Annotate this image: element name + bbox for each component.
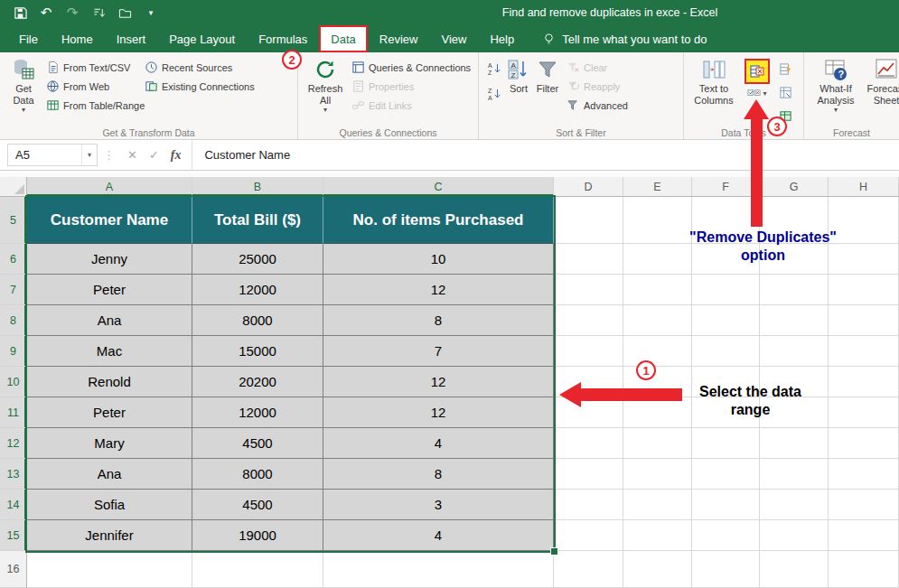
cell-C10[interactable]: 12: [323, 367, 554, 397]
cell-H14[interactable]: [829, 490, 899, 520]
refresh-all-button[interactable]: Refresh All ▾: [304, 55, 347, 114]
cell-A6[interactable]: Jenny: [27, 244, 192, 275]
cell-C7[interactable]: 12: [323, 275, 554, 305]
cell-C6[interactable]: 10: [323, 244, 554, 275]
column-header-B[interactable]: B: [192, 177, 323, 197]
cell-D14[interactable]: [554, 490, 623, 520]
clear-filter-button[interactable]: Clear: [567, 60, 637, 75]
sort-button[interactable]: AZ Sort: [504, 55, 533, 95]
advanced-filter-button[interactable]: Advanced: [567, 98, 637, 113]
cell-B14[interactable]: 4500: [192, 490, 323, 520]
consolidate-icon[interactable]: [775, 83, 795, 101]
cell-A7[interactable]: Peter: [27, 275, 192, 305]
cell-C11[interactable]: 12: [323, 397, 554, 428]
cell-D16[interactable]: [554, 551, 623, 588]
cell-C12[interactable]: 4: [323, 428, 554, 459]
filter-button[interactable]: Filter: [533, 55, 562, 95]
cell-E9[interactable]: [623, 336, 692, 367]
cell-H8[interactable]: [829, 305, 899, 336]
row-header-15[interactable]: 15: [0, 520, 27, 551]
cell-D12[interactable]: [554, 428, 623, 459]
row-header-8[interactable]: 8: [0, 305, 27, 336]
cell-E12[interactable]: [623, 428, 692, 459]
cell-H12[interactable]: [829, 428, 899, 459]
from-table-range-button[interactable]: From Table/Range: [46, 98, 140, 113]
cell-E15[interactable]: [623, 520, 692, 551]
sort-ascending-icon[interactable]: AZ: [484, 60, 504, 78]
get-data-button[interactable]: Get Data ▾: [5, 55, 42, 114]
cell-A8[interactable]: Ana: [27, 305, 192, 336]
column-header-F[interactable]: F: [692, 177, 760, 197]
tab-home[interactable]: Home: [50, 25, 105, 52]
redo-icon[interactable]: ↷: [65, 5, 80, 20]
cell-A9[interactable]: Mac: [27, 336, 192, 367]
cell-E16[interactable]: [623, 551, 692, 588]
queries-connections-button[interactable]: Queries & Connections: [351, 60, 471, 75]
tab-page-layout[interactable]: Page Layout: [157, 25, 247, 52]
cell-B9[interactable]: 15000: [192, 336, 323, 367]
undo-icon[interactable]: ↶: [39, 5, 53, 20]
tab-file[interactable]: File: [7, 25, 50, 52]
cancel-icon[interactable]: ✕: [127, 148, 137, 162]
qat-dropdown-icon[interactable]: ▾: [144, 5, 158, 20]
text-to-columns-button[interactable]: Text to Columns: [689, 55, 738, 106]
cell-B7[interactable]: 12000: [192, 275, 323, 305]
cell-F15[interactable]: [692, 520, 760, 551]
row-header-6[interactable]: 6: [0, 244, 27, 275]
cell-B16[interactable]: [192, 551, 323, 588]
cell-F9[interactable]: [692, 336, 760, 367]
forecast-sheet-button[interactable]: Forecast Sheet: [862, 55, 899, 106]
cell-H10[interactable]: [829, 367, 899, 397]
cell-H16[interactable]: [829, 551, 899, 588]
from-web-button[interactable]: From Web: [46, 79, 140, 94]
cell-A14[interactable]: Sofia: [27, 490, 192, 520]
cell-A11[interactable]: Peter: [27, 397, 192, 428]
cell-G12[interactable]: [760, 428, 829, 459]
tab-data[interactable]: Data: [319, 25, 367, 52]
cell-B12[interactable]: 4500: [192, 428, 323, 459]
cell-G15[interactable]: [760, 520, 829, 551]
cell-C14[interactable]: 3: [323, 490, 554, 520]
cell-C15[interactable]: 4: [323, 520, 554, 551]
cell-G14[interactable]: [760, 490, 829, 520]
enter-icon[interactable]: ✓: [149, 148, 159, 162]
cell-B11[interactable]: 12000: [192, 397, 323, 428]
cell-F14[interactable]: [692, 490, 760, 520]
select-all-corner[interactable]: [0, 177, 27, 197]
cell-D13[interactable]: [554, 459, 623, 490]
cell-B13[interactable]: 8000: [192, 459, 323, 490]
cell-C5[interactable]: No. of items Purchased: [323, 197, 554, 244]
save-icon[interactable]: [13, 5, 27, 20]
cell-F13[interactable]: [692, 459, 760, 490]
tab-formulas[interactable]: Formulas: [247, 25, 319, 52]
cell-C8[interactable]: 8: [323, 305, 554, 336]
remove-duplicates-icon[interactable]: [746, 61, 768, 82]
cell-D6[interactable]: [554, 244, 623, 275]
sort-descending-icon[interactable]: ZA: [484, 85, 504, 103]
column-header-H[interactable]: H: [829, 177, 899, 197]
column-header-E[interactable]: E: [623, 177, 692, 197]
column-header-C[interactable]: C: [323, 177, 554, 197]
cell-G7[interactable]: [760, 275, 829, 305]
cell-E13[interactable]: [623, 459, 692, 490]
cell-A10[interactable]: Renold: [27, 367, 192, 397]
cell-H7[interactable]: [829, 275, 899, 305]
cell-A16[interactable]: [27, 551, 192, 588]
name-box[interactable]: A5 ▾: [7, 144, 98, 166]
row-header-7[interactable]: 7: [0, 275, 27, 305]
cell-G9[interactable]: [760, 336, 829, 367]
cell-A13[interactable]: Ana: [27, 459, 192, 490]
tab-insert[interactable]: Insert: [105, 25, 158, 52]
cell-F8[interactable]: [692, 305, 760, 336]
cell-D7[interactable]: [554, 275, 623, 305]
existing-connections-button[interactable]: Existing Connections: [145, 79, 269, 94]
what-if-analysis-button[interactable]: ? What-If Analysis ▾: [810, 55, 862, 114]
recent-sources-button[interactable]: Recent Sources: [145, 60, 269, 75]
cell-B5[interactable]: Total Bill ($): [192, 197, 323, 244]
cell-B10[interactable]: 20200: [192, 367, 323, 397]
row-header-12[interactable]: 12: [0, 428, 27, 459]
cell-H11[interactable]: [829, 397, 899, 428]
row-header-14[interactable]: 14: [0, 490, 27, 520]
row-header-9[interactable]: 9: [0, 336, 27, 367]
reapply-filter-button[interactable]: Reapply: [567, 79, 637, 94]
